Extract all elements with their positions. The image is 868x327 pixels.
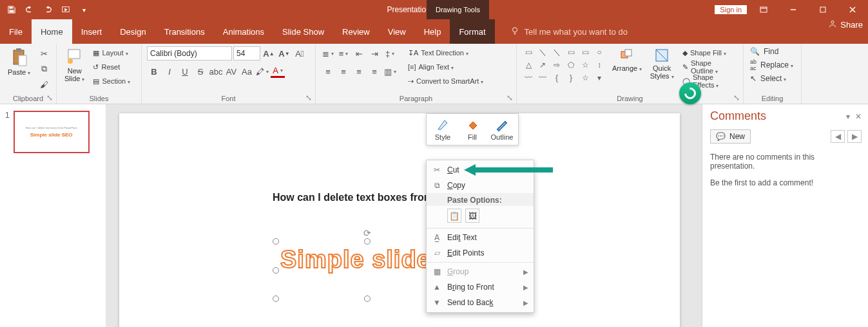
- align-text-button[interactable]: [≡]Align Text: [406, 61, 485, 73]
- align-left-icon[interactable]: ≡: [321, 64, 335, 79]
- minimize-icon[interactable]: [780, 1, 806, 19]
- tab-insert[interactable]: Insert: [72, 19, 111, 44]
- tab-help[interactable]: Help: [415, 19, 450, 44]
- mini-fill-button[interactable]: Fill: [459, 117, 486, 142]
- tab-design[interactable]: Design: [111, 19, 155, 44]
- columns-icon[interactable]: ▥: [383, 64, 397, 79]
- rotate-handle-icon[interactable]: ⟳: [363, 228, 371, 238]
- slide-canvas-area[interactable]: How can I delete text boxes from Powe ⟳ …: [106, 104, 702, 327]
- new-slide-button[interactable]: New Slide: [62, 46, 87, 84]
- save-icon[interactable]: [4, 2, 19, 17]
- tab-animations[interactable]: Animations: [214, 19, 273, 44]
- comments-dropdown-icon[interactable]: ▾: [846, 112, 850, 121]
- tab-format[interactable]: Format: [450, 19, 494, 44]
- select-button[interactable]: ↖Select: [749, 73, 795, 84]
- thumbnail-preview[interactable]: How can I delete text boxes from PowerPo…: [14, 111, 90, 153]
- line-spacing-icon[interactable]: ‡: [383, 46, 397, 61]
- change-case-icon[interactable]: Aa: [240, 64, 254, 79]
- mini-outline-button[interactable]: Outline: [488, 117, 516, 142]
- tab-home[interactable]: Home: [32, 19, 72, 44]
- align-center-icon[interactable]: ≡: [336, 64, 351, 79]
- copy-icon[interactable]: ⧉: [37, 62, 51, 76]
- paste-button[interactable]: Paste: [5, 46, 33, 78]
- qat-more-icon[interactable]: ▾: [76, 2, 92, 17]
- tab-slideshow[interactable]: Slide Show: [273, 19, 333, 44]
- shapes-gallery[interactable]: ▭＼＼▭▭○ △↗⇨⬠☆↕ 〰〰{}☆▾: [522, 46, 606, 84]
- tab-transitions[interactable]: Transitions: [155, 19, 214, 44]
- clipboard-dialog-launcher[interactable]: ⤡: [46, 94, 53, 102]
- new-comment-button[interactable]: 💬 New: [710, 129, 751, 144]
- convert-smartart-button[interactable]: ⇢Convert to SmartArt: [406, 75, 485, 88]
- reset-button[interactable]: ↺Reset: [91, 61, 132, 73]
- shape-outline-button[interactable]: ✎Shape Outline: [680, 61, 738, 73]
- start-from-beginning-icon[interactable]: [58, 2, 73, 17]
- grammarly-badge-icon[interactable]: [679, 82, 701, 104]
- handle-bl[interactable]: [273, 295, 279, 302]
- text-direction-button[interactable]: ↧AText Direction: [406, 46, 485, 59]
- ctx-copy[interactable]: ⧉Copy: [427, 178, 534, 193]
- sign-in-button[interactable]: Sign in: [715, 5, 747, 14]
- ctx-bring-to-front[interactable]: ▲Bring to Front▶: [427, 279, 534, 295]
- send-back-icon: ▼: [432, 297, 442, 308]
- context-menu: ✂Cut ⧉Copy Paste Options: 📋 🖼 A̲Edit Tex…: [426, 160, 534, 313]
- redo-icon[interactable]: [40, 2, 55, 17]
- maximize-icon[interactable]: [810, 1, 836, 19]
- increase-indent-icon[interactable]: ⇥: [367, 46, 381, 61]
- next-comment-icon[interactable]: ▶: [847, 130, 862, 143]
- ctx-send-to-back[interactable]: ▼Send to Back▶: [427, 295, 534, 310]
- italic-icon[interactable]: I: [162, 64, 177, 79]
- slide-thumbnails-pane[interactable]: 1 How can I delete text boxes from Power…: [0, 104, 106, 327]
- highlight-icon[interactable]: 🖍: [255, 64, 269, 79]
- font-dialog-launcher[interactable]: ⤡: [305, 94, 313, 102]
- numbering-icon[interactable]: ≡: [336, 46, 351, 61]
- undo-icon[interactable]: [22, 2, 37, 17]
- tab-file[interactable]: File: [0, 19, 32, 44]
- quick-styles-button[interactable]: Quick Styles: [648, 46, 675, 82]
- decrease-indent-icon[interactable]: ⇤: [352, 46, 366, 61]
- ribbon-display-options-icon[interactable]: [751, 1, 776, 19]
- drawing-dialog-launcher[interactable]: ⤡: [733, 94, 740, 102]
- strikethrough-icon[interactable]: S: [193, 64, 207, 79]
- layout-button[interactable]: ▦Layout: [91, 46, 132, 59]
- prev-comment-icon[interactable]: ◀: [831, 130, 845, 143]
- replace-button[interactable]: abacReplace: [749, 58, 795, 72]
- font-name-combo[interactable]: Calibri (Body): [147, 46, 232, 61]
- section-button[interactable]: ▤Section: [91, 75, 132, 88]
- handle-tl[interactable]: [273, 238, 279, 245]
- bullets-icon[interactable]: ≣: [321, 46, 335, 61]
- paste-picture-icon[interactable]: 🖼: [465, 209, 479, 223]
- font-color-icon[interactable]: A: [271, 66, 285, 78]
- format-painter-icon[interactable]: 🖌: [37, 77, 51, 91]
- shape-fill-button[interactable]: ◆Shape Fill: [680, 46, 738, 59]
- decrease-font-icon[interactable]: A▼: [277, 46, 291, 61]
- handle-ml[interactable]: [273, 267, 279, 274]
- increase-font-icon[interactable]: A▲: [262, 46, 276, 61]
- comments-close-icon[interactable]: ✕: [855, 112, 862, 121]
- slide[interactable]: How can I delete text boxes from Powe ⟳ …: [119, 113, 680, 327]
- bold-icon[interactable]: B: [147, 64, 161, 79]
- share-button[interactable]: Share: [828, 19, 863, 30]
- underline-icon[interactable]: U: [178, 64, 192, 79]
- justify-icon[interactable]: ≡: [367, 64, 381, 79]
- tell-me-search[interactable]: Tell me what you want to do: [510, 19, 628, 44]
- paragraph-dialog-launcher[interactable]: ⤡: [506, 94, 514, 102]
- find-button[interactable]: 🔍Find: [749, 46, 795, 57]
- text-shadow-icon[interactable]: abc: [209, 64, 223, 79]
- close-icon[interactable]: [840, 1, 865, 19]
- paste-use-destination-theme-icon[interactable]: 📋: [447, 209, 461, 223]
- tab-view[interactable]: View: [379, 19, 415, 44]
- ctx-edit-text[interactable]: A̲Edit Text: [427, 230, 534, 245]
- handle-tm[interactable]: [364, 238, 371, 245]
- font-size-combo[interactable]: 54: [233, 46, 260, 61]
- clear-formatting-icon[interactable]: A⃥: [293, 46, 307, 61]
- handle-bm[interactable]: [364, 295, 371, 302]
- cut-icon[interactable]: ✂: [37, 46, 51, 61]
- tab-review[interactable]: Review: [333, 19, 379, 44]
- character-spacing-icon[interactable]: AV: [224, 64, 238, 79]
- ctx-edit-points[interactable]: ▱Edit Points: [427, 245, 534, 261]
- arrange-button[interactable]: Arrange: [611, 46, 643, 74]
- thumbnail-1[interactable]: 1 How can I delete text boxes from Power…: [5, 111, 101, 153]
- align-right-icon[interactable]: ≡: [352, 64, 366, 79]
- mini-style-button[interactable]: Style: [429, 117, 456, 142]
- ctx-cut[interactable]: ✂Cut: [427, 162, 534, 178]
